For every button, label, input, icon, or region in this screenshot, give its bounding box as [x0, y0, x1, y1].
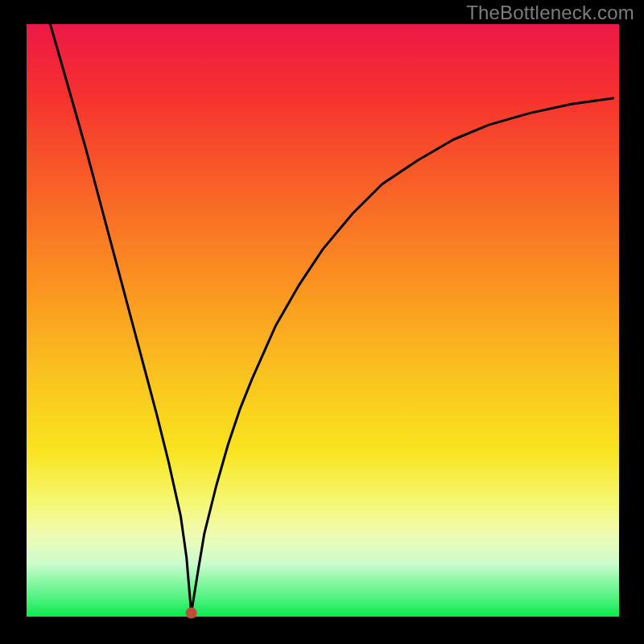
plot-area	[27, 24, 619, 617]
chart-container: TheBottleneck.com	[0, 0, 644, 644]
bottleneck-curve	[50, 24, 613, 613]
watermark-text: TheBottleneck.com	[466, 2, 634, 24]
curve-svg	[27, 24, 619, 617]
minimum-point-marker	[186, 608, 197, 619]
